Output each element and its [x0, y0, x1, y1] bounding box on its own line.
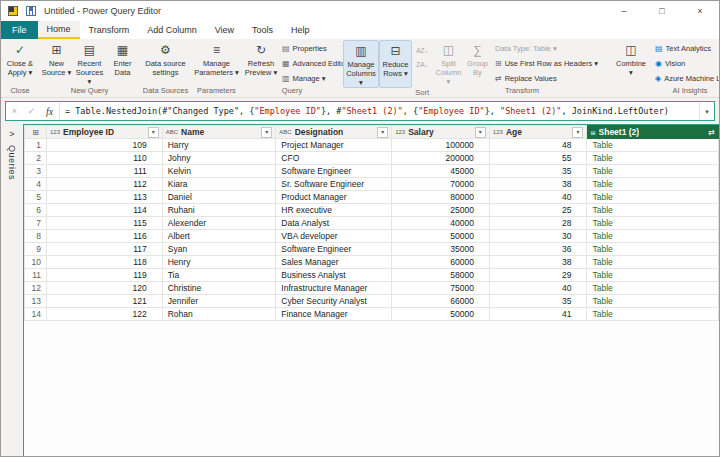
row-number[interactable]: 11: [25, 269, 47, 282]
table-link-cell[interactable]: Table: [587, 269, 719, 282]
table-link-cell[interactable]: Table: [587, 191, 719, 204]
table-row: 8116AlbertVBA developer5000030Table: [25, 230, 719, 243]
table-link-cell[interactable]: Table: [587, 295, 719, 308]
maximize-button[interactable]: □: [643, 1, 681, 21]
use-first-row-as-headers-button[interactable]: ⊞ Use First Row as Headers ▾: [492, 56, 610, 71]
tab-tools[interactable]: Tools: [243, 21, 282, 39]
data-cell: VBA developer: [276, 230, 392, 243]
data-cell: 120: [46, 282, 162, 295]
titlebar: Untitled - Power Query Editor – □ ×: [1, 1, 719, 21]
column-header-sheet1-2-[interactable]: ⊞Sheet1 (2)⇄: [587, 126, 719, 139]
data-source-settings-icon: ⚙: [160, 43, 171, 58]
vision-button[interactable]: ◉ Vision: [652, 56, 719, 71]
tab-help[interactable]: Help: [282, 21, 319, 39]
row-number[interactable]: 3: [25, 165, 47, 178]
column-filter-button[interactable]: ▾: [377, 127, 388, 138]
row-number[interactable]: 7: [25, 217, 47, 230]
column-filter-button[interactable]: ▾: [572, 127, 583, 138]
column-header-salary[interactable]: 123Salary▾: [392, 126, 490, 139]
tab-add-column[interactable]: Add Column: [138, 21, 206, 39]
row-number[interactable]: 13: [25, 295, 47, 308]
cancel-formula-icon[interactable]: ×: [6, 102, 23, 120]
queries-pane-label[interactable]: Queries: [7, 145, 17, 180]
table-link-cell[interactable]: Table: [587, 217, 719, 230]
manage-query-button[interactable]: ▥ Manage ▾: [279, 71, 341, 86]
reduce-rows-icon: ⊟: [390, 44, 400, 59]
table-link-cell[interactable]: Table: [587, 282, 719, 295]
column-header-designation[interactable]: ABCDesignation▾: [276, 126, 392, 139]
column-header-employee-id[interactable]: 123Employee ID▾: [46, 126, 162, 139]
refresh-preview-button[interactable]: ↻ Refresh Preview ▾: [243, 40, 279, 86]
row-number[interactable]: 12: [25, 282, 47, 295]
queries-expand-button[interactable]: >: [9, 127, 14, 141]
close-and-apply-button[interactable]: ✓ Close & Apply ▾: [2, 40, 38, 86]
table-link-cell[interactable]: Table: [587, 152, 719, 165]
tab-home[interactable]: Home: [38, 21, 80, 39]
row-number[interactable]: 9: [25, 243, 47, 256]
save-icon[interactable]: [26, 6, 36, 16]
column-filter-button[interactable]: ▾: [261, 127, 272, 138]
data-cell: Software Engineer: [276, 165, 392, 178]
row-number[interactable]: 6: [25, 204, 47, 217]
group-label-transform: Transform: [434, 86, 610, 97]
enter-data-icon: ▦: [117, 43, 128, 58]
table-link-cell[interactable]: Table: [587, 308, 719, 321]
column-type-icon: 123: [395, 129, 405, 135]
column-filter-button[interactable]: ▾: [148, 127, 159, 138]
column-header-age[interactable]: 123Age▾: [489, 126, 587, 139]
row-number[interactable]: 4: [25, 178, 47, 191]
tab-file[interactable]: File: [1, 21, 38, 39]
row-number[interactable]: 1: [25, 139, 47, 152]
table-link-cell[interactable]: Table: [587, 204, 719, 217]
combine-button[interactable]: ◫ Combine ▾: [612, 40, 650, 86]
minimize-button[interactable]: –: [605, 1, 643, 21]
expand-column-icon[interactable]: ⇄: [708, 128, 715, 137]
data-type-button[interactable]: Data Type: Table ▾: [492, 41, 610, 56]
data-cell: 25: [489, 204, 587, 217]
azure-machine-learning-button[interactable]: ◈ Azure Machine Lea: [652, 71, 719, 86]
row-number[interactable]: 8: [25, 230, 47, 243]
sort-descending-button[interactable]: ZA↓: [412, 58, 432, 72]
row-number[interactable]: 2: [25, 152, 47, 165]
close-button[interactable]: ×: [681, 1, 719, 21]
table-link-cell[interactable]: Table: [587, 178, 719, 191]
sort-ascending-button[interactable]: AZ↓: [412, 44, 432, 58]
group-by-button[interactable]: ∑ Group By: [463, 40, 492, 86]
formula-input[interactable]: = Table.NestedJoin(#"Changed Type", {"Em…: [60, 102, 699, 120]
table-link-cell[interactable]: Table: [587, 165, 719, 178]
data-preview-table: ⊞123Employee ID▾ABCName▾ABCDesignation▾1…: [24, 125, 719, 321]
row-number[interactable]: 14: [25, 308, 47, 321]
replace-values-button[interactable]: ⇄ Replace Values: [492, 71, 610, 86]
table-link-cell[interactable]: Table: [587, 256, 719, 269]
window-controls: – □ ×: [605, 1, 719, 21]
new-source-button[interactable]: ⊞ New Source ▾: [40, 40, 73, 86]
table-link-cell[interactable]: Table: [587, 139, 719, 152]
data-source-settings-button[interactable]: ⚙ Data source settings: [141, 40, 190, 86]
row-number[interactable]: 5: [25, 191, 47, 204]
commit-formula-icon[interactable]: ✓: [23, 102, 40, 120]
manage-parameters-button[interactable]: ≡ Manage Parameters ▾: [192, 40, 241, 86]
data-cell: 40: [489, 191, 587, 204]
row-number[interactable]: 10: [25, 256, 47, 269]
column-type-icon: 123: [493, 129, 503, 135]
reduce-rows-button[interactable]: ⊟ Reduce Rows ▾: [379, 40, 412, 88]
manage-columns-button[interactable]: ▥ Manage Columns ▾: [343, 40, 379, 88]
advanced-editor-button[interactable]: ▦ Advanced Editor: [279, 56, 341, 71]
group-combine: ◫ Combine ▾: [612, 40, 650, 97]
text-analytics-button[interactable]: ▤ Text Analytics: [652, 41, 719, 56]
data-cell: Sales Manager: [276, 256, 392, 269]
table-menu-button[interactable]: ⊞: [25, 126, 47, 139]
recent-sources-button[interactable]: ▤ Recent Sources ▾: [73, 40, 106, 86]
properties-button[interactable]: ▤ Properties: [279, 41, 341, 56]
tab-transform[interactable]: Transform: [80, 21, 139, 39]
column-filter-button[interactable]: ▾: [475, 127, 486, 138]
data-cell: 50000: [392, 230, 490, 243]
table-link-cell[interactable]: Table: [587, 243, 719, 256]
table-link-cell[interactable]: Table: [587, 230, 719, 243]
group-transform: ◫ Split Column ▾ ∑ Group By Data Type: T…: [434, 40, 610, 97]
enter-data-button[interactable]: ▦ Enter Data: [106, 40, 139, 86]
column-header-name[interactable]: ABCName▾: [162, 126, 276, 139]
split-column-button[interactable]: ◫ Split Column ▾: [434, 40, 463, 86]
tab-view[interactable]: View: [206, 21, 243, 39]
formula-expand-button[interactable]: ▾: [699, 102, 714, 120]
